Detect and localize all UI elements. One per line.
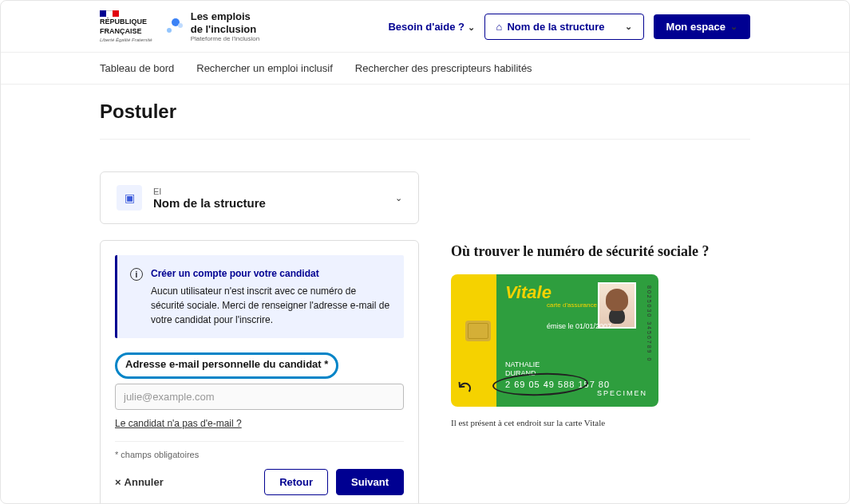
structure-icon: ▣ — [117, 185, 142, 211]
highlight-annotation: Adresse e-mail personnelle du candidat * — [115, 352, 338, 379]
email-label: Adresse e-mail personnelle du candidat * — [125, 358, 328, 370]
header-right: Besoin d'aide ? ⌄ ⌂ Nom de la structure … — [388, 14, 750, 40]
brand-logo: Les emplois de l'inclusion Plateforme de… — [165, 10, 259, 42]
brand-subtitle: Plateforme de l'inclusion — [191, 35, 259, 42]
nav-search-job[interactable]: Rechercher un emploi inclusif — [196, 62, 333, 74]
french-flag-icon — [100, 10, 152, 17]
chip-icon — [465, 321, 491, 341]
app-header: République Française Liberté Égalité Fra… — [1, 1, 849, 53]
building-icon: ⌂ — [496, 21, 503, 33]
structure-type: EI — [153, 187, 266, 196]
main-nav: Tableau de bord Rechercher un emploi inc… — [1, 53, 849, 85]
vitale-emise: émise le 01/01/2007 — [547, 322, 611, 330]
back-button[interactable]: Retour — [264, 469, 328, 495]
form-actions: × Annuler Retour Suivant — [115, 469, 404, 495]
info-box: i Créer un compte pour votre candidat Au… — [115, 255, 404, 338]
no-email-link[interactable]: Le candidat n'a pas d'e-mail ? — [115, 418, 242, 429]
form-divider — [115, 441, 404, 442]
republic-text2: Française — [100, 28, 152, 36]
structure-dropdown[interactable]: ⌂ Nom de la structure ⌄ — [484, 14, 644, 40]
side-caption: Il est présent à cet endroit sur la cart… — [451, 418, 750, 427]
republic-text1: République — [100, 18, 152, 26]
mandatory-note: * champs obligatoires — [115, 450, 404, 459]
close-icon: × — [115, 476, 121, 488]
vitale-specimen: SPECIMEN — [597, 389, 647, 397]
form-panel: i Créer un compte pour votre candidat Au… — [100, 240, 419, 504]
chevron-down-icon: ⌄ — [625, 22, 632, 32]
vitale-card-illustration: Vitale carte d'assurance maladie émise l… — [451, 274, 658, 407]
main-content: ▣ EI Nom de la structure ⌄ i Créer un co… — [1, 156, 849, 504]
info-icon: i — [130, 268, 143, 281]
brand-line1: Les emplois — [191, 10, 259, 23]
arrow-icon: ↶ — [451, 374, 477, 401]
help-link[interactable]: Besoin d'aide ? ⌄ — [388, 21, 474, 33]
cancel-button[interactable]: × Annuler — [115, 476, 164, 488]
chevron-down-icon: ⌄ — [468, 22, 475, 32]
email-input[interactable] — [115, 384, 404, 410]
next-button[interactable]: Suivant — [336, 469, 404, 495]
account-button[interactable]: Mon espace ⌄ — [654, 14, 750, 39]
vitale-brand: Vitale — [505, 282, 552, 303]
info-title: Créer un compte pour votre candidat — [151, 266, 391, 281]
help-column: Où trouver le numéro de sécurité sociale… — [451, 171, 750, 504]
chevron-down-icon: ⌄ — [730, 22, 737, 32]
inclusion-icon — [165, 17, 184, 36]
form-column: ▣ EI Nom de la structure ⌄ i Créer un co… — [100, 171, 419, 504]
nav-search-prescribers[interactable]: Rechercher des prescripteurs habilités — [355, 62, 532, 74]
marianne-logo: République Française Liberté Égalité Fra… — [100, 10, 152, 42]
page-title: Postuler — [100, 100, 750, 123]
brand-line2: de l'inclusion — [191, 23, 259, 36]
nav-dashboard[interactable]: Tableau de bord — [100, 62, 174, 74]
header-left: République Française Liberté Égalité Fra… — [100, 10, 259, 42]
structure-dropdown-label: Nom de la structure — [507, 21, 604, 33]
side-title: Où trouver le numéro de sécurité sociale… — [451, 243, 750, 260]
title-divider — [100, 139, 750, 140]
chevron-down-icon: ⌄ — [395, 193, 402, 203]
info-body: Aucun utilisateur n'est inscrit avec ce … — [151, 284, 391, 327]
barcode: 8025030 3456789 0 — [646, 285, 652, 362]
structure-name: Nom de la structure — [153, 196, 266, 210]
structure-card[interactable]: ▣ EI Nom de la structure ⌄ — [100, 171, 419, 224]
republic-motto: Liberté Égalité Fraternité — [100, 37, 152, 42]
